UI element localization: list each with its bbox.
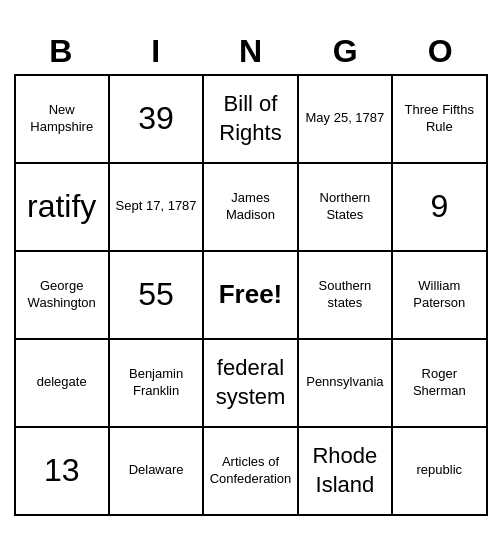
bingo-cell: 9 — [393, 164, 487, 252]
bingo-cell: Delaware — [110, 428, 204, 516]
bingo-cell: Pennsylvania — [299, 340, 393, 428]
bingo-cell: George Washington — [16, 252, 110, 340]
bingo-cell: Free! — [204, 252, 298, 340]
bingo-cell: Benjamin Franklin — [110, 340, 204, 428]
bingo-cell: Roger Sherman — [393, 340, 487, 428]
header-letter: N — [203, 29, 298, 74]
bingo-cell: William Paterson — [393, 252, 487, 340]
bingo-cell: Rhode Island — [299, 428, 393, 516]
bingo-cell: Northern States — [299, 164, 393, 252]
bingo-cell: ratify — [16, 164, 110, 252]
bingo-cell: Southern states — [299, 252, 393, 340]
header-letter: I — [108, 29, 203, 74]
bingo-cell: James Madison — [204, 164, 298, 252]
bingo-card: BINGO New Hampshire39Bill of RightsMay 2… — [6, 21, 496, 524]
bingo-cell: New Hampshire — [16, 76, 110, 164]
bingo-cell: Sept 17, 1787 — [110, 164, 204, 252]
bingo-cell: Bill of Rights — [204, 76, 298, 164]
bingo-cell: federal system — [204, 340, 298, 428]
bingo-header: BINGO — [14, 29, 488, 74]
header-letter: O — [393, 29, 488, 74]
bingo-cell: May 25, 1787 — [299, 76, 393, 164]
bingo-cell: Articles of Confederation — [204, 428, 298, 516]
header-letter: G — [298, 29, 393, 74]
bingo-cell: 13 — [16, 428, 110, 516]
bingo-grid: New Hampshire39Bill of RightsMay 25, 178… — [14, 74, 488, 516]
bingo-cell: delegate — [16, 340, 110, 428]
bingo-cell: Three Fifths Rule — [393, 76, 487, 164]
bingo-cell: 55 — [110, 252, 204, 340]
bingo-cell: 39 — [110, 76, 204, 164]
bingo-cell: republic — [393, 428, 487, 516]
header-letter: B — [14, 29, 109, 74]
